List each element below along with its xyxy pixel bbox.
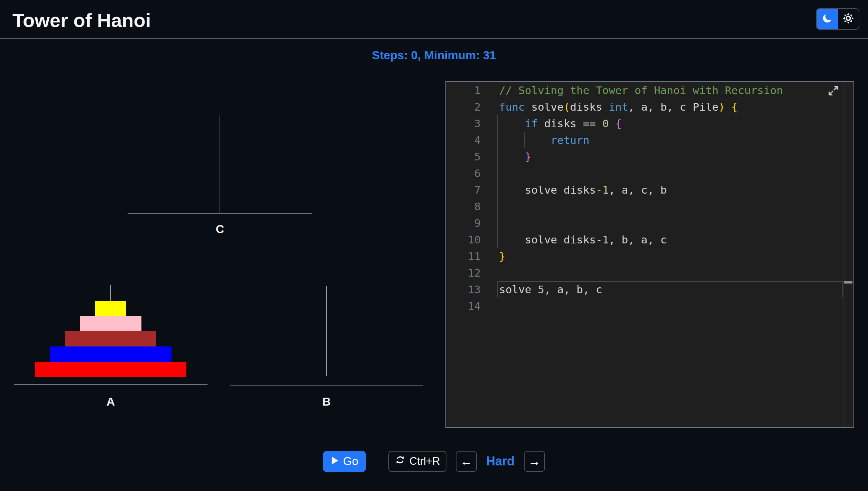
status-text: Steps: 0, Minimum: 31 (0, 48, 868, 62)
code-line-5: 5 } (446, 148, 853, 165)
code-line-11: 11} (446, 248, 853, 265)
line-number: 12 (446, 265, 481, 281)
arrow-left-icon: ← (460, 454, 472, 469)
code-line-8: 8 (446, 198, 853, 215)
dark-mode-button[interactable] (817, 9, 838, 29)
next-difficulty-button[interactable]: → (524, 451, 545, 472)
code-line-9: 9 (446, 215, 853, 231)
code-lines: 1// Solving the Tower of Hanoi with Recu… (446, 82, 853, 314)
line-number: 1 (446, 82, 481, 99)
code-line-4: 4 return (446, 132, 853, 148)
line-number: 8 (446, 198, 481, 215)
peg-a[interactable]: A (14, 285, 207, 409)
refresh-icon (395, 455, 405, 468)
reset-button[interactable]: Ctrl+R (388, 451, 446, 472)
moon-icon (822, 13, 833, 25)
line-number: 2 (446, 99, 481, 115)
page-title: Tower of Hanoi (12, 9, 151, 31)
line-number: 6 (446, 165, 481, 182)
peg-c-base (128, 213, 312, 214)
code-line-6: 6 (446, 165, 853, 182)
arrow-right-icon: → (528, 454, 541, 469)
disk-brown[interactable] (65, 331, 156, 346)
peg-a-disks (35, 301, 186, 377)
app-header: Tower of Hanoi (0, 0, 868, 39)
peg-a-base (14, 384, 207, 385)
line-number: 14 (446, 298, 481, 314)
disk-pink[interactable] (80, 316, 141, 331)
theme-toggle (816, 8, 859, 30)
disk-yellow[interactable] (95, 301, 126, 316)
indent-guide (497, 115, 498, 248)
line-number: 13 (446, 281, 481, 298)
peg-c-label: C (128, 222, 312, 236)
active-line-highlight (497, 281, 843, 297)
ruler-cursor-marker (844, 281, 852, 284)
reset-button-label: Ctrl+R (409, 455, 440, 467)
line-number: 11 (446, 248, 481, 265)
peg-c[interactable]: C (128, 115, 312, 239)
prev-difficulty-button[interactable]: ← (456, 451, 477, 472)
line-number: 10 (446, 231, 481, 248)
code-line-10: 10 solve disks-1, b, a, c (446, 231, 853, 248)
overview-ruler (843, 82, 843, 427)
code-editor[interactable]: 1// Solving the Tower of Hanoi with Recu… (445, 81, 854, 428)
indent-guide (524, 132, 525, 148)
controls-bar: Go Ctrl+R ← Hard → (0, 451, 868, 472)
line-number: 7 (446, 182, 481, 198)
peg-c-disks (144, 129, 296, 205)
code-line-14: 14 (446, 298, 853, 314)
peg-a-label: A (14, 395, 207, 408)
line-number: 9 (446, 215, 481, 231)
peg-b-label: B (230, 395, 423, 408)
light-mode-button[interactable] (838, 9, 859, 29)
code-line-12: 12 (446, 265, 853, 281)
go-button[interactable]: Go (323, 451, 366, 472)
expand-icon[interactable] (827, 84, 840, 97)
line-number: 4 (446, 132, 481, 148)
go-button-label: Go (343, 455, 358, 468)
code-line-2: 2func solve(disks int, a, b, c Pile) { (446, 99, 853, 115)
code-line-3: 3 if disks == 0 { (446, 115, 853, 132)
disk-red[interactable] (35, 362, 186, 377)
line-number: 5 (446, 148, 481, 165)
peg-b-base (230, 385, 423, 386)
disk-blue[interactable] (50, 346, 172, 362)
peg-b-disks (251, 301, 402, 377)
difficulty-label: Hard (486, 454, 515, 469)
code-line-7: 7 solve disks-1, a, c, b (446, 182, 853, 198)
code-line-1: 1// Solving the Tower of Hanoi with Recu… (446, 82, 853, 99)
play-icon (331, 455, 339, 468)
sun-icon (842, 12, 854, 26)
line-number: 3 (446, 115, 481, 132)
peg-b[interactable]: B (230, 286, 423, 410)
